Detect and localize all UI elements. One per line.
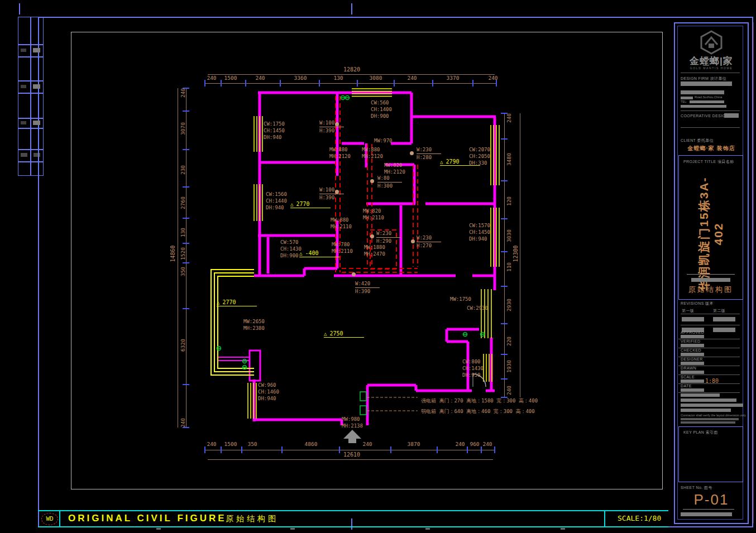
annotation-layer: 2401500240336013030802403370240128202401… — [0, 0, 756, 533]
dim-tick — [183, 111, 189, 112]
key-plan-box: KEY PLAN 索引图 — [678, 426, 743, 482]
opening-height-label: H:390 — [319, 194, 344, 201]
dim-line — [520, 113, 520, 397]
redacted-bar — [681, 97, 693, 99]
dim-tick — [221, 80, 222, 87]
footer-scale: SCALE:1/80 — [618, 514, 661, 522]
level-value: 2750 — [329, 330, 343, 337]
opening-marker-dot — [335, 190, 339, 194]
field-label-drawn: DRAWN — [681, 366, 696, 370]
sheet-number: P-01 — [675, 491, 748, 508]
dim-label: 240 — [354, 441, 381, 447]
level-value: -400 — [305, 250, 318, 256]
opening-annotation: W:80H:300 — [377, 175, 402, 189]
redacted-bar — [724, 113, 739, 118]
field-stamp — [681, 362, 704, 365]
rev-stamp — [682, 317, 704, 321]
dim-line — [178, 88, 178, 428]
title-block: 金螳螂|家 GOLD MANTIS HOME DESIGN FIRM 设计单位 … — [674, 22, 749, 524]
dim-label: 240 — [247, 75, 274, 81]
plan-annotation: CW:960 CH:1460 DH:940 — [258, 382, 279, 402]
dim-line — [208, 459, 493, 460]
dim-tick — [501, 251, 508, 252]
dim-label: 3030 — [506, 220, 512, 252]
redacted-bar — [681, 512, 732, 516]
dim-tick — [183, 262, 189, 263]
dim-tick — [494, 446, 495, 453]
tel-label: TEL: — [681, 100, 687, 103]
dim-tick — [496, 80, 497, 87]
plan-annotation: MW:2650 MH:2380 — [243, 318, 265, 332]
dim-tick — [501, 113, 508, 114]
rev-stamp — [713, 317, 735, 321]
dim-label: 240 — [506, 103, 512, 134]
dim-tick — [501, 180, 508, 181]
dim-line — [208, 74, 495, 75]
dim-tick — [183, 218, 189, 219]
elec-note: 强电箱 离门：270 离地：1580 宽：300 高：400 — [421, 397, 538, 404]
divider — [681, 73, 740, 73]
field-label-date: DATE — [681, 384, 692, 388]
opening-annotation: W:230H:290 — [376, 230, 401, 244]
dim-label: 130 — [325, 75, 352, 81]
opening-width-label: W:80 — [377, 175, 402, 183]
rev-stamp — [713, 328, 735, 332]
opening-marker-dot — [370, 234, 374, 238]
plan-annotation: CW:1560 CH:1440 DH:940 — [266, 191, 287, 211]
plan-annotation: MW:980 MH:2138 — [342, 416, 363, 429]
opening-height-label: H:390 — [319, 127, 344, 134]
project-title-label: PROJECT TITLE 项目名称 — [683, 159, 734, 165]
redacted-bar — [681, 105, 726, 108]
opening-width-label: W:230 — [417, 146, 441, 154]
dim-label: 240 — [180, 407, 186, 439]
dim-label: 6320 — [180, 330, 186, 361]
dim-tick — [281, 446, 283, 453]
dim-label: 350 — [239, 441, 266, 447]
dim-label: 240 — [399, 75, 425, 81]
note-text: Contractor shall verify the layout dimen… — [681, 414, 746, 417]
dim-label: 240 — [480, 75, 506, 81]
dim-tick — [183, 88, 189, 89]
dim-tick — [183, 149, 189, 150]
level-triangle-icon: △ — [299, 251, 302, 256]
dim-tick — [501, 138, 508, 140]
dim-tick — [501, 286, 508, 287]
rev-col2: 第二版 — [713, 308, 725, 314]
dim-tick — [204, 446, 205, 453]
dim-tick — [467, 446, 468, 453]
dim-label: 3870 — [400, 441, 427, 447]
dim-tick — [390, 446, 391, 453]
cad-sheet: 2401500240336013030802403370240128202401… — [0, 0, 756, 533]
address-text: Road,Suzhou,China — [695, 95, 722, 99]
logo-text-cn: 金螳螂|家 — [675, 55, 748, 68]
logo-text-en: GOLD MANTIS HOME — [675, 66, 748, 70]
plan-annotation: MW:1880 MH:2470 — [364, 244, 385, 257]
plan-annotation: MW:880 MH:2120 — [362, 146, 383, 160]
alignment-mark — [290, 528, 295, 530]
level-triangle-icon: △ — [217, 300, 219, 305]
footer-title-en: ORIGINAL CIVIL FIGURE — [68, 513, 227, 524]
field-stamp — [681, 371, 704, 374]
redacted-bar — [690, 100, 724, 103]
redacted-bar — [681, 90, 724, 94]
redacted-bar — [681, 81, 732, 86]
dim-label: 3360 — [287, 75, 314, 81]
opening-annotation: W:100H:390 — [319, 186, 344, 201]
rev-col1: 第一版 — [682, 308, 694, 314]
project-title-box: PROJECT TITLE 项目名称 华润凯旋门15栋3A-402 原始结构图 — [678, 155, 743, 300]
dim-tick — [204, 80, 205, 87]
drawing-title-value: 原始结构图 — [679, 285, 743, 295]
dim-total-label: 12820 — [337, 66, 366, 73]
level-mark: △-400 — [299, 250, 339, 257]
dim-label: 3480 — [506, 144, 512, 175]
dim-tick — [437, 446, 438, 453]
dim-tick — [501, 218, 508, 219]
dim-label: 3370 — [439, 75, 466, 81]
opening-marker-dot — [352, 272, 356, 276]
opening-height-label: H:280 — [417, 154, 441, 161]
level-value: 2770 — [222, 299, 236, 305]
dim-label: 120 — [506, 186, 512, 217]
dim-tick — [501, 378, 508, 380]
note-bar — [681, 404, 743, 407]
divider — [683, 509, 734, 510]
